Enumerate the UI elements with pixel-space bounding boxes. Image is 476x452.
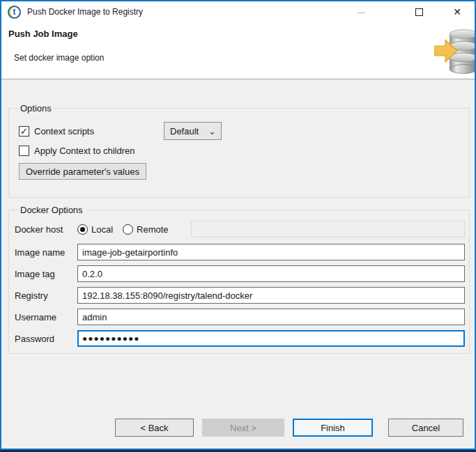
image-tag-label: Image tag — [15, 269, 77, 279]
registry-input[interactable] — [77, 287, 465, 304]
image-tag-input[interactable] — [77, 265, 465, 282]
password-input[interactable] — [77, 330, 465, 347]
username-row: Username — [15, 309, 465, 325]
screen: t Push Docker Image to Registry — ✕ Push… — [0, 0, 476, 452]
page-subtitle: Set docker image option — [14, 53, 104, 63]
back-button[interactable]: < Back — [115, 419, 194, 437]
database-push-icon — [434, 26, 475, 75]
chevron-down-icon: ⌄ — [208, 126, 216, 137]
remote-radio-label: Remote — [137, 224, 169, 235]
window-title: Push Docker Image to Registry — [27, 7, 143, 17]
close-icon: ✕ — [453, 6, 461, 17]
context-scripts-checkbox[interactable]: ✓ — [19, 126, 29, 137]
minimize-button[interactable]: — — [349, 1, 373, 22]
remote-radio[interactable] — [123, 224, 133, 235]
remote-host-input — [191, 221, 465, 237]
options-group-label: Options — [18, 103, 54, 114]
docker-options-group: Docker Options Docker host Local Remote … — [8, 205, 470, 354]
finish-button[interactable]: Finish — [293, 419, 373, 437]
context-scripts-label: Context scripts — [34, 126, 94, 137]
apply-context-row: Apply Context to children — [19, 143, 465, 158]
context-combo[interactable]: Default ⌄ — [164, 122, 222, 140]
password-row: Password — [15, 330, 465, 347]
image-tag-row: Image tag — [15, 265, 465, 282]
image-name-input[interactable] — [77, 244, 465, 260]
push-docker-image-dialog: t Push Docker Image to Registry — ✕ Push… — [0, 0, 476, 450]
registry-row: Registry — [15, 287, 465, 304]
docker-options-group-label: Docker Options — [18, 205, 85, 215]
override-row: Override parameter's values — [19, 163, 465, 180]
image-name-label: Image name — [15, 247, 77, 258]
next-button: Next > — [202, 419, 284, 437]
image-name-row: Image name — [15, 244, 465, 260]
titlebar[interactable]: t Push Docker Image to Registry — ✕ — [1, 1, 475, 22]
local-radio-label: Local — [91, 224, 113, 235]
options-group: Options ✓ Context scripts Default ⌄ Appl… — [8, 103, 470, 198]
wizard-header: Push Job Image Set docker image option — [1, 22, 475, 79]
password-label: Password — [15, 334, 77, 344]
username-label: Username — [15, 312, 77, 322]
close-button[interactable]: ✕ — [445, 1, 469, 22]
docker-host-row: Docker host Local Remote — [15, 221, 465, 237]
cancel-button[interactable]: Cancel — [388, 419, 463, 437]
maximize-icon — [415, 8, 423, 16]
local-radio[interactable] — [77, 224, 88, 235]
apply-context-checkbox[interactable] — [19, 146, 29, 156]
window-controls: — ✕ — [335, 1, 475, 22]
page-title: Push Job Image — [8, 29, 78, 39]
docker-host-label: Docker host — [15, 224, 77, 235]
context-scripts-row: ✓ Context scripts Default ⌄ — [19, 122, 465, 140]
checkmark-icon: ✓ — [20, 127, 28, 136]
wizard-button-bar: < Back Next > Finish Cancel — [115, 419, 463, 437]
apply-context-label: Apply Context to children — [34, 146, 135, 156]
talend-logo-icon: t — [8, 6, 21, 19]
context-combo-value: Default — [170, 126, 208, 137]
maximize-button[interactable] — [407, 1, 431, 22]
override-parameters-button[interactable]: Override parameter's values — [19, 163, 146, 180]
registry-label: Registry — [15, 290, 77, 301]
minimize-icon: — — [358, 8, 365, 16]
username-input[interactable] — [77, 309, 465, 325]
